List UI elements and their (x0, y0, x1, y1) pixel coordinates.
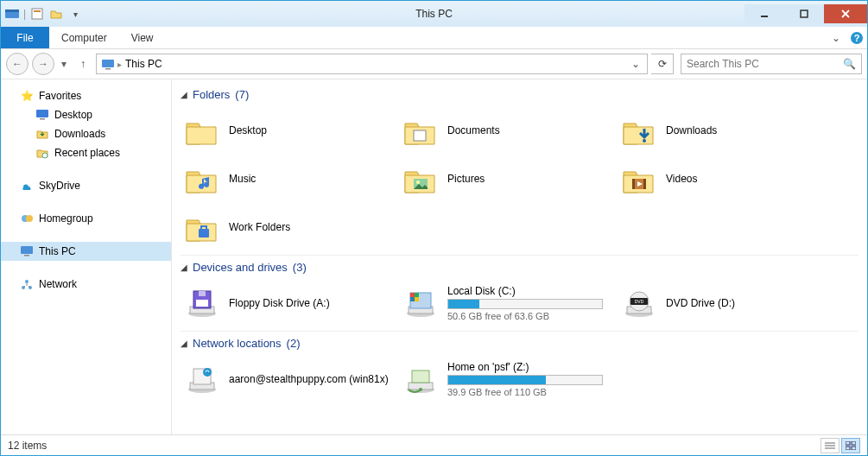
drive-tile[interactable]: DVDDVD Drive (D:) (618, 279, 836, 327)
drive-tile[interactable]: Floppy Disk Drive (A:) (181, 279, 399, 327)
address-bar[interactable]: ▸ This PC ⌄ (96, 54, 648, 74)
tree-downloads[interactable]: Downloads (1, 124, 171, 143)
homegroup-icon (20, 212, 34, 225)
close-button[interactable] (824, 4, 867, 23)
svg-rect-13 (40, 118, 45, 120)
tree-recent[interactable]: Recent places (1, 143, 171, 162)
svg-point-14 (42, 153, 48, 158)
back-button[interactable]: ← (6, 53, 29, 75)
status-bar: 12 items (1, 434, 867, 455)
navigation-pane: ⭐ Favorites Desktop Downloads Recent pla… (1, 79, 172, 434)
search-input[interactable] (687, 58, 843, 70)
tile-label: Floppy Disk Drive (A:) (229, 297, 396, 309)
svg-rect-5 (801, 10, 808, 17)
tab-view[interactable]: View (119, 27, 166, 48)
tree-network[interactable]: Network (1, 275, 171, 294)
search-box[interactable]: 🔍 (681, 54, 862, 74)
svg-rect-35 (196, 300, 208, 307)
drive-tile[interactable]: Home on 'psf' (Z:)39.9 GB free of 110 GB (399, 355, 618, 403)
svg-rect-63 (852, 446, 856, 450)
folder-pictures (402, 161, 439, 197)
ribbon-expand-icon[interactable]: ⌄ (826, 27, 846, 48)
collapse-icon: ◢ (181, 90, 187, 99)
tree-favorites[interactable]: ⭐ Favorites (1, 86, 171, 105)
forward-button[interactable]: → (32, 53, 54, 75)
qa-properties-icon[interactable] (29, 6, 45, 22)
drive-tile[interactable]: aaron@stealthpuppy.com (win81x) (181, 355, 399, 403)
svg-point-56 (419, 388, 422, 391)
floppy-icon (184, 285, 220, 321)
group-folders-title: Folders (193, 88, 230, 101)
group-folders-header[interactable]: ◢ Folders (7) (181, 88, 858, 101)
title-bar: | ▾ This PC (1, 1, 867, 27)
folder-tile[interactable]: Videos (618, 155, 836, 203)
maximize-button[interactable] (784, 4, 824, 23)
svg-rect-62 (846, 446, 850, 450)
folder-desktop (184, 112, 220, 149)
svg-rect-17 (21, 246, 33, 254)
history-dropdown-icon[interactable]: ▾ (58, 53, 70, 75)
folder-tile[interactable]: Music (181, 155, 399, 203)
group-network-header[interactable]: ◢ Network locations (2) (181, 337, 858, 350)
netdrive-icon (402, 361, 439, 397)
svg-point-52 (203, 368, 212, 377)
svg-rect-41 (410, 297, 415, 301)
svg-rect-28 (643, 179, 646, 189)
tree-thispc[interactable]: This PC (1, 242, 171, 261)
folder-tile[interactable]: Desktop (181, 106, 399, 155)
svg-rect-1 (5, 10, 19, 12)
svg-rect-40 (415, 293, 419, 297)
address-text: This PC (122, 58, 628, 70)
body: ⭐ Favorites Desktop Downloads Recent pla… (1, 79, 867, 434)
tree-desktop[interactable]: Desktop (1, 105, 171, 124)
view-details-button[interactable] (820, 438, 839, 453)
qa-newfolder-icon[interactable] (48, 6, 64, 22)
address-dropdown-icon[interactable]: ⌄ (628, 58, 643, 70)
minimize-button[interactable] (744, 4, 784, 23)
group-drives-header[interactable]: ◢ Devices and drives (3) (181, 261, 858, 274)
tree-homegroup[interactable]: Homegroup (1, 209, 171, 228)
window-buttons (744, 4, 867, 23)
navigation-bar: ← → ▾ ↑ ▸ This PC ⌄ ⟳ 🔍 (1, 49, 867, 79)
tree-network-label: Network (39, 278, 77, 290)
svg-rect-10 (102, 60, 114, 67)
ribbon-bar: File Computer View ⌄ ? (1, 27, 867, 49)
tile-label: Music (229, 173, 396, 185)
tree-skydrive[interactable]: SkyDrive (1, 176, 171, 195)
system-menu-icon[interactable] (4, 6, 20, 22)
tab-computer[interactable]: Computer (49, 27, 119, 48)
tile-label: DVD Drive (D:) (666, 297, 833, 309)
view-tiles-button[interactable] (841, 438, 860, 453)
svg-rect-27 (632, 179, 635, 189)
folder-tile[interactable]: Downloads (618, 106, 836, 155)
tile-label: Work Folders (229, 221, 396, 233)
tile-label: Pictures (447, 173, 614, 185)
folder-documents (402, 112, 439, 149)
usage-bar (447, 375, 603, 385)
svg-text:?: ? (854, 33, 860, 43)
svg-point-16 (26, 215, 33, 222)
svg-text:DVD: DVD (635, 299, 644, 304)
drive-tile[interactable]: Local Disk (C:)50.6 GB free of 63.6 GB (399, 279, 618, 327)
svg-rect-18 (24, 255, 29, 256)
file-tab[interactable]: File (1, 27, 49, 48)
tree-downloads-label: Downloads (54, 128, 105, 140)
search-icon[interactable]: 🔍 (843, 58, 856, 70)
qa-customize-dropdown-icon[interactable]: ▾ (67, 6, 83, 22)
folder-downloads (621, 112, 657, 149)
tree-skydrive-label: SkyDrive (39, 180, 80, 192)
folder-tile[interactable]: Documents (399, 106, 618, 155)
explorer-window: | ▾ This PC File Computer View ⌄ ? ← → (0, 0, 868, 456)
help-icon[interactable]: ? (846, 27, 867, 48)
group-network-title: Network locations (193, 337, 282, 350)
folder-tile[interactable]: Pictures (399, 155, 618, 203)
refresh-button[interactable]: ⟳ (651, 54, 674, 74)
tile-sub: 50.6 GB free of 63.6 GB (447, 311, 614, 321)
svg-point-25 (416, 180, 420, 184)
up-button[interactable]: ↑ (73, 54, 92, 73)
svg-rect-60 (846, 441, 850, 445)
folder-tile[interactable]: Work Folders (181, 203, 399, 251)
svg-rect-55 (412, 370, 429, 383)
network-icon (20, 277, 34, 291)
tree-recent-label: Recent places (54, 147, 120, 159)
